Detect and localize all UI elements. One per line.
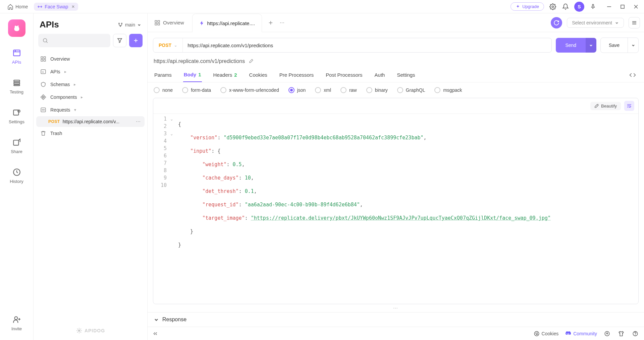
method-value: POST — [159, 43, 171, 48]
window-minimize[interactable] — [605, 3, 613, 11]
response-toggle[interactable] — [154, 317, 159, 322]
save-button[interactable]: Save — [601, 38, 628, 53]
send-dropdown[interactable] — [586, 38, 596, 53]
sidebar-title: APIs — [40, 19, 59, 30]
bodytype-raw[interactable]: raw — [340, 87, 357, 93]
filter-button[interactable] — [113, 34, 126, 47]
rail-label: Testing — [10, 89, 23, 94]
tree-requests[interactable]: Requests ▾ — [36, 104, 145, 116]
sectab-cookies[interactable]: Cookies — [249, 68, 268, 82]
sectab-body[interactable]: Body 1 — [183, 68, 202, 82]
footer-theme[interactable] — [617, 330, 625, 338]
rail-apis[interactable]: APIs — [5, 46, 29, 67]
chevron-right-icon: ▸ — [64, 69, 66, 74]
svg-rect-41 — [158, 23, 160, 25]
rail-testing[interactable]: Testing — [5, 76, 29, 96]
url-value: https://api.replicate.com/v1/predictions — [187, 43, 273, 48]
home-button[interactable]: Home — [4, 2, 31, 11]
url-input[interactable]: https://api.replicate.com/v1/predictions — [183, 43, 551, 48]
bodytype-xwww[interactable]: x-www-form-urlencoded — [220, 87, 279, 93]
window-close[interactable] — [632, 3, 640, 11]
notifications-button[interactable] — [561, 3, 570, 11]
pin-button[interactable] — [589, 3, 597, 11]
footer-help[interactable] — [631, 330, 639, 338]
discord-icon — [565, 330, 571, 337]
send-button[interactable]: Send — [556, 38, 586, 53]
sectab-settings[interactable]: Settings — [396, 68, 416, 82]
branch-icon — [118, 22, 123, 27]
svg-point-22 — [120, 25, 121, 26]
sectab-params[interactable]: Params — [154, 68, 172, 82]
tree-overview[interactable]: Overview — [36, 53, 145, 65]
tree-request-item[interactable]: POST https://api.replicate.com/v... ⋯ — [36, 116, 145, 127]
plus-icon — [268, 20, 274, 26]
bodytype-json[interactable]: json — [288, 87, 306, 93]
chevron-down-icon — [631, 43, 635, 47]
tree-trash[interactable]: Trash — [36, 127, 145, 140]
beautify-button[interactable]: Beautify — [590, 102, 621, 110]
rail-settings[interactable]: Settings — [5, 106, 29, 126]
chevron-right-icon: ▸ — [81, 95, 83, 99]
headers-badge: 2 — [234, 72, 237, 78]
method-selector[interactable]: POST ⌄ — [153, 38, 183, 52]
tree-schemas[interactable]: Schemas ▸ — [36, 78, 145, 91]
branch-selector[interactable]: main — [118, 22, 141, 27]
edit-name-button[interactable] — [248, 59, 254, 64]
bodytype-graphql[interactable]: GraphQL — [397, 87, 425, 93]
bodytype-xml[interactable]: xml — [315, 87, 331, 93]
pin-icon — [590, 4, 596, 10]
search-input[interactable] — [38, 34, 110, 47]
chevron-down-icon — [615, 21, 619, 25]
trash-icon — [40, 130, 46, 136]
sectab-post[interactable]: Post Processors — [325, 68, 363, 82]
tab-request[interactable]: https://api.replicate.... — [192, 14, 262, 32]
environment-selector[interactable]: Select environment — [567, 18, 624, 28]
rail-label: APIs — [12, 60, 21, 65]
chevron-down-icon: ⌄ — [174, 43, 177, 48]
body-badge: 1 — [198, 72, 201, 77]
close-icon[interactable]: ✕ — [71, 4, 75, 9]
more-icon[interactable]: ⋯ — [136, 119, 141, 124]
tree-components[interactable]: Components ▸ — [36, 91, 145, 104]
sectab-pre[interactable]: Pre Processors — [279, 68, 315, 82]
api-folder-icon: 96 — [40, 69, 46, 75]
settings-icon — [12, 108, 21, 117]
home-label: Home — [15, 4, 28, 9]
filter-icon — [117, 38, 123, 44]
tab-more-button[interactable]: ⋯ — [278, 19, 286, 27]
tree-apis[interactable]: 96 APIs ▸ — [36, 65, 145, 78]
save-dropdown[interactable] — [628, 38, 638, 53]
bodytype-binary[interactable]: binary — [366, 87, 388, 93]
resize-handle[interactable]: ⋯ — [148, 304, 644, 312]
bodytype-msgpack[interactable]: msgpack — [434, 87, 462, 93]
sectab-headers[interactable]: Headers 2 — [213, 68, 238, 82]
editor-code[interactable]: { "version": "d5900f9ebed33e7ae08a07f17e… — [175, 114, 638, 304]
run-history-button[interactable] — [551, 17, 562, 28]
sectab-auth[interactable]: Auth — [374, 68, 386, 82]
collapse-panels-button[interactable] — [152, 331, 158, 337]
panel-menu-button[interactable] — [629, 17, 640, 28]
wrap-button[interactable] — [624, 101, 634, 111]
testing-icon — [12, 78, 21, 87]
add-tab-button[interactable] — [267, 19, 275, 27]
tab-overview[interactable]: Overview — [148, 13, 191, 32]
requests-icon — [40, 107, 46, 113]
footer-cookies[interactable]: Cookies — [534, 331, 559, 337]
json-editor[interactable]: 1 ⌄ 2 3 ⌄ 4 5 6 7 8 9 10 { "version": "d… — [153, 114, 638, 304]
rail-history[interactable]: History — [5, 165, 29, 186]
footer-community[interactable]: Community — [565, 330, 597, 337]
project-tab[interactable]: Face Swap ✕ — [34, 3, 78, 11]
rail-invite[interactable]: Invite — [5, 313, 29, 333]
add-button[interactable] — [129, 34, 143, 47]
window-maximize[interactable] — [619, 3, 627, 11]
footer-upload[interactable] — [603, 330, 611, 338]
avatar[interactable]: S — [574, 2, 584, 12]
code-view-button[interactable] — [627, 70, 638, 80]
bodytype-formdata[interactable]: form-data — [182, 87, 211, 93]
rail-label: History — [10, 179, 23, 184]
bodytype-none[interactable]: none — [154, 87, 173, 93]
bell-icon — [562, 3, 569, 10]
upgrade-button[interactable]: Upgrade — [511, 2, 544, 11]
rail-share[interactable]: Share — [5, 136, 29, 156]
settings-icon-button[interactable] — [549, 3, 557, 11]
